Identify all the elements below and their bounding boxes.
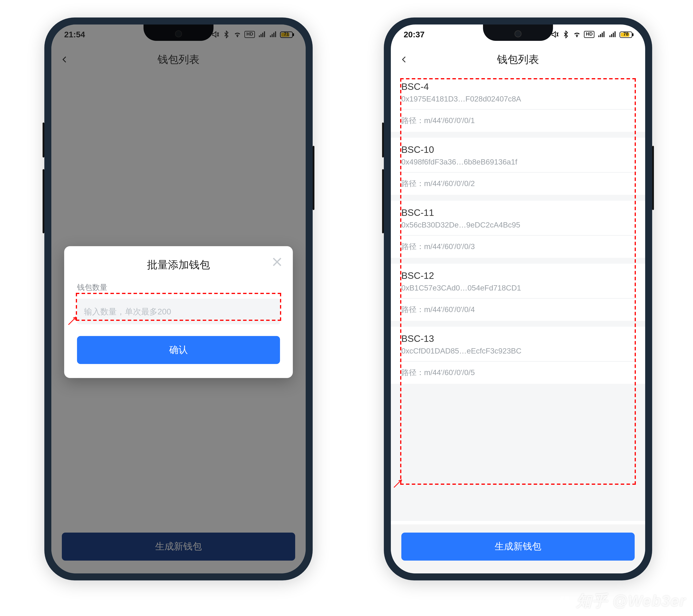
zhihu-icon — [558, 594, 572, 608]
confirm-button[interactable]: 确认 — [77, 336, 280, 364]
generate-wallet-button[interactable]: 生成新钱包 — [401, 533, 635, 561]
watermark-text: 知乎 @Web3er — [576, 591, 686, 611]
chevron-left-icon — [400, 53, 408, 66]
wallet-item[interactable]: BSC-120xB1C57e3CAd0…054eFd718CD1路径：m/44'… — [391, 264, 645, 321]
watermark: 知乎 @Web3er — [558, 591, 686, 611]
batch-add-modal: 批量添加钱包 钱包数量 确认 — [64, 246, 293, 378]
wallet-name: BSC-10 — [401, 145, 635, 155]
wifi-icon — [573, 30, 581, 39]
wallet-name: BSC-4 — [401, 82, 635, 92]
wallet-item[interactable]: BSC-100x498f6fdF3a36…6b8eB69136a1f路径：m/4… — [391, 138, 645, 195]
status-icons: HD 78 — [551, 30, 632, 39]
back-button[interactable] — [400, 44, 420, 75]
wallet-path: 路径：m/44'/60'/0'/0/1 — [401, 116, 635, 126]
wallet-item[interactable]: BSC-130xcCfD01DAD85…eEcfcF3c923BC路径：m/44… — [391, 327, 645, 384]
wallet-name: BSC-13 — [401, 334, 635, 344]
wallet-path: 路径：m/44'/60'/0'/0/2 — [401, 179, 635, 189]
wallet-name: BSC-12 — [401, 271, 635, 281]
status-time: 20:37 — [404, 30, 424, 39]
quantity-input-wrap — [77, 299, 280, 324]
close-icon — [271, 256, 283, 268]
wallet-address: 0x56cB30D32De…9eDC2cA4Bc95 — [401, 220, 635, 229]
wallet-name: BSC-11 — [401, 208, 635, 218]
signal-1-icon — [597, 30, 606, 39]
bottom-bar: 生成新钱包 — [391, 524, 645, 573]
hd-icon: HD — [584, 31, 594, 38]
nav-bar: 钱包列表 — [391, 44, 645, 75]
modal-title: 批量添加钱包 — [77, 258, 280, 272]
bluetooth-icon — [562, 30, 570, 39]
quantity-label: 钱包数量 — [77, 282, 280, 293]
page-title: 钱包列表 — [497, 53, 539, 66]
screen-right: 20:37 HD 78 钱包列表 BSC-40x1975E4181D3…F028… — [391, 24, 645, 573]
quantity-input[interactable] — [84, 307, 273, 316]
wallet-path: 路径：m/44'/60'/0'/0/3 — [401, 241, 635, 252]
wallet-path: 路径：m/44'/60'/0'/0/4 — [401, 304, 635, 315]
battery-icon: 78 — [619, 31, 632, 38]
wallet-address: 0xcCfD01DAD85…eEcfcF3c923BC — [401, 346, 635, 355]
wallet-item[interactable]: BSC-40x1975E4181D3…F028d02407c8A路径：m/44'… — [391, 75, 645, 132]
phone-frame-left: 21:54 HD 71 钱包列表 生成新钱包 — [44, 18, 313, 580]
annotation-arrow-icon — [68, 316, 77, 325]
wallet-address: 0x498f6fdF3a36…6b8eB69136a1f — [401, 158, 635, 166]
wallet-address: 0x1975E4181D3…F028d02407c8A — [401, 95, 635, 103]
wallet-path: 路径：m/44'/60'/0'/0/5 — [401, 367, 635, 378]
modal-close-button[interactable] — [271, 256, 283, 268]
wallet-address: 0xB1C57e3CAd0…054eFd718CD1 — [401, 283, 635, 292]
screen-left: 21:54 HD 71 钱包列表 生成新钱包 — [51, 24, 306, 573]
phone-frame-right: 20:37 HD 78 钱包列表 BSC-40x1975E4181D3…F028… — [384, 18, 652, 580]
notch — [483, 24, 553, 41]
wallet-item[interactable]: BSC-110x56cB30D32De…9eDC2cA4Bc95路径：m/44'… — [391, 201, 645, 258]
wallet-list[interactable]: BSC-40x1975E4181D3…F028d02407c8A路径：m/44'… — [391, 75, 645, 521]
signal-2-icon — [609, 30, 617, 39]
